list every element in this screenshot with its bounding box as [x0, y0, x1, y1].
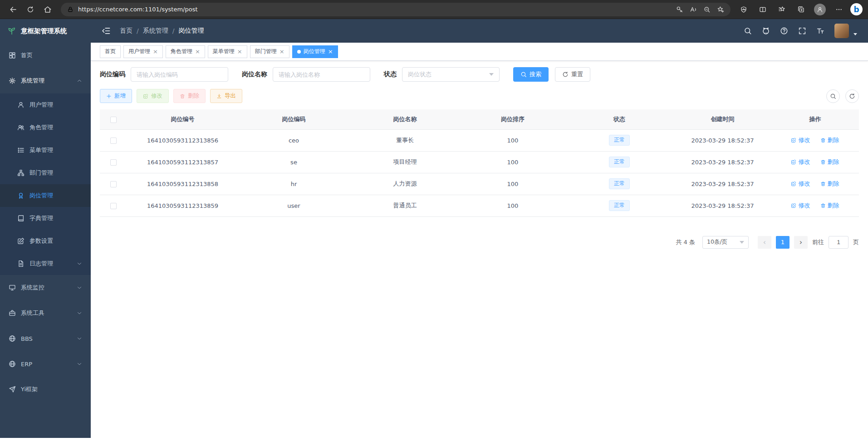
breadcrumb-separator: / — [172, 27, 175, 34]
pagination-total: 共 4 条 — [676, 238, 695, 246]
refresh-table-button[interactable] — [845, 89, 859, 103]
row-delete-button[interactable]: 删除 — [820, 136, 839, 144]
add-button[interactable]: 新增 — [100, 89, 132, 103]
page-number-button[interactable]: 1 — [776, 236, 790, 249]
user-avatar[interactable] — [834, 24, 849, 38]
tab-home[interactable]: 首页 — [100, 45, 121, 58]
bing-logo-icon[interactable]: b — [850, 3, 863, 15]
sidebar-item-bbs[interactable]: BBS — [0, 326, 91, 351]
collections-icon[interactable] — [793, 2, 809, 17]
page-size-select[interactable]: 10条/页 — [702, 236, 749, 249]
sidebar-item-dept-management[interactable]: 部门管理 — [0, 162, 91, 184]
reset-button-label: 重置 — [571, 70, 583, 79]
split-screen-icon[interactable] — [755, 2, 770, 17]
row-edit-button[interactable]: 修改 — [791, 136, 810, 144]
address-bar-actions — [676, 6, 724, 13]
favorites-icon[interactable] — [774, 2, 790, 17]
export-button[interactable]: 导出 — [210, 89, 242, 103]
tab-close-icon[interactable]: × — [237, 49, 242, 54]
sidebar-item-system-management[interactable]: 系统管理 — [0, 68, 91, 93]
toggle-search-button[interactable] — [826, 89, 840, 103]
cell-post-id: 1641030593112313857 — [127, 151, 238, 173]
cell-actions: 修改 删除 — [771, 195, 859, 216]
tab-close-icon[interactable]: × — [153, 49, 158, 54]
sidebar-item-label: 日志管理 — [29, 260, 53, 268]
sidebar-item-user-management[interactable]: 用户管理 — [0, 93, 91, 116]
site-info-lock-icon[interactable] — [67, 6, 74, 13]
cell-post-id: 1641030593112313856 — [127, 129, 238, 151]
tab-post-management[interactable]: 岗位管理 × — [292, 45, 338, 58]
browser-more-menu-icon[interactable] — [831, 2, 847, 17]
github-icon[interactable] — [762, 27, 770, 35]
row-checkbox[interactable] — [110, 159, 117, 166]
header-search-icon[interactable] — [744, 27, 752, 35]
tab-menu-management[interactable]: 菜单管理 × — [208, 45, 247, 58]
saved-passwords-key-icon[interactable] — [676, 6, 683, 13]
row-select-cell — [100, 129, 127, 151]
address-bar[interactable]: https://ccnetcore.com:1101/system/post — [61, 3, 731, 16]
row-edit-label: 修改 — [798, 201, 810, 210]
reset-button[interactable]: 重置 — [555, 67, 590, 82]
posts-table: 岗位编号 岗位编码 岗位名称 岗位排序 状态 创建时间 操作 16410305 — [100, 109, 859, 217]
browser-refresh-button[interactable] — [23, 2, 38, 17]
sidebar-item-log-management[interactable]: 日志管理 — [0, 252, 91, 275]
tab-user-management[interactable]: 用户管理 × — [123, 45, 163, 58]
post-code-input[interactable] — [131, 67, 228, 82]
sidebar-item-post-management[interactable]: 岗位管理 — [0, 184, 91, 207]
sidebar-item-system-monitor[interactable]: 系统监控 — [0, 275, 91, 300]
row-delete-button[interactable]: 删除 — [820, 201, 839, 210]
row-edit-button[interactable]: 修改 — [791, 180, 810, 188]
row-delete-button[interactable]: 删除 — [820, 180, 839, 188]
select-all-checkbox[interactable] — [110, 117, 117, 123]
cell-post-code: se — [238, 151, 349, 173]
sidebar-item-home[interactable]: 首页 — [0, 43, 91, 68]
select-caret-icon — [489, 73, 494, 76]
breadcrumb-home[interactable]: 首页 — [120, 27, 132, 35]
post-name-input[interactable] — [273, 67, 370, 82]
row-checkbox[interactable] — [110, 138, 117, 144]
browser-home-button[interactable] — [40, 2, 55, 17]
sidebar-item-menu-management[interactable]: 菜单管理 — [0, 139, 91, 162]
browser-profile-avatar[interactable] — [812, 2, 828, 17]
status-badge: 正常 — [609, 135, 630, 145]
column-header-post-name: 岗位名称 — [349, 109, 461, 129]
fullscreen-icon[interactable] — [798, 27, 806, 35]
browser-essentials-icon[interactable] — [736, 2, 751, 17]
sidebar-item-system-tools[interactable]: 系统工具 — [0, 300, 91, 326]
collapse-sidebar-icon[interactable] — [102, 26, 111, 35]
tab-close-icon[interactable]: × — [195, 49, 200, 54]
goto-page-input[interactable] — [829, 236, 848, 249]
sidebar-item-role-management[interactable]: 角色管理 — [0, 116, 91, 139]
breadcrumb-system-management[interactable]: 系统管理 — [143, 27, 168, 35]
next-page-button[interactable]: › — [794, 236, 808, 249]
sidebar-item-dict-management[interactable]: 字典管理 — [0, 207, 91, 230]
help-question-icon[interactable] — [780, 27, 788, 35]
row-checkbox[interactable] — [110, 181, 117, 187]
browser-back-button[interactable] — [5, 2, 21, 17]
sidebar-item-erp[interactable]: ERP — [0, 351, 91, 377]
delete-button[interactable]: 删除 — [173, 89, 206, 103]
row-edit-button[interactable]: 修改 — [791, 201, 810, 210]
tab-close-icon[interactable]: × — [328, 49, 333, 54]
font-size-icon[interactable] — [816, 27, 824, 35]
edit-button[interactable]: 修改 — [137, 89, 169, 103]
zoom-out-icon[interactable] — [703, 6, 711, 13]
post-code-label: 岗位编码 — [100, 70, 125, 79]
sidebar-item-param-settings[interactable]: 参数设置 — [0, 230, 91, 252]
tab-close-icon[interactable]: × — [280, 49, 284, 54]
book-icon — [17, 215, 25, 222]
add-favorite-star-icon[interactable] — [717, 6, 724, 13]
status-select[interactable]: 岗位状态 — [402, 67, 500, 82]
prev-page-button[interactable]: ‹ — [758, 236, 771, 249]
row-delete-label: 删除 — [828, 158, 839, 166]
search-button[interactable]: 搜索 — [513, 67, 549, 82]
avatar-dropdown-caret-icon[interactable] — [853, 33, 857, 35]
tab-dept-management[interactable]: 部门管理 × — [250, 45, 289, 58]
row-edit-button[interactable]: 修改 — [791, 158, 810, 166]
row-delete-button[interactable]: 删除 — [820, 158, 839, 166]
sidebar-item-yi-framework[interactable]: Yi框架 — [0, 377, 91, 402]
read-aloud-icon[interactable] — [690, 6, 697, 13]
tab-label: 首页 — [105, 48, 116, 55]
tab-role-management[interactable]: 角色管理 × — [166, 45, 205, 58]
row-checkbox[interactable] — [110, 203, 117, 209]
